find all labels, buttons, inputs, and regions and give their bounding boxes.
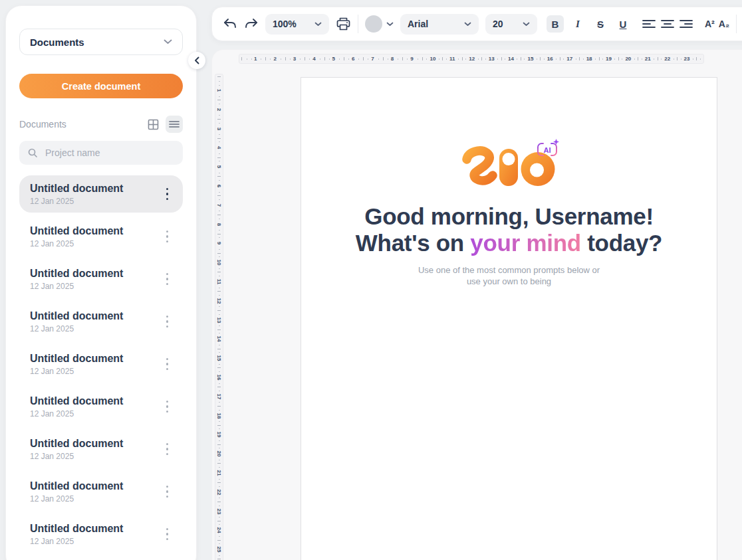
- chevron-down-icon: [164, 39, 172, 45]
- chevron-down-icon: [386, 22, 394, 27]
- redo-icon[interactable]: [244, 18, 259, 30]
- horizontal-ruler: 1234567891011121314151617181920212223: [239, 54, 704, 64]
- document-date: 12 Jan 2025: [30, 324, 123, 333]
- align-center-icon[interactable]: [661, 19, 674, 29]
- document-title: Untitled document: [30, 310, 123, 322]
- document-title: Untitled document: [30, 522, 123, 535]
- font-size-value: 20: [493, 19, 503, 29]
- greeting-subtitle: Use one of the most common prompts below…: [301, 264, 717, 287]
- strikethrough-button[interactable]: S: [592, 15, 609, 33]
- bold-button[interactable]: B: [547, 15, 564, 33]
- documents-sidebar: Documents Create document Documents Unti…: [5, 5, 197, 560]
- document-title: Untitled document: [30, 352, 123, 365]
- document-title: Untitled document: [30, 395, 123, 407]
- document-date: 12 Jan 2025: [30, 537, 123, 546]
- ai-badge-label: AI: [543, 146, 551, 154]
- chevron-down-icon: [314, 22, 322, 27]
- document-title: Untitled document: [30, 225, 123, 237]
- toolbar-divider: [736, 15, 737, 33]
- document-list-item[interactable]: Untitled document 12 Jan 2025: [19, 430, 183, 468]
- document-options-kebab-icon[interactable]: [162, 185, 173, 203]
- zio-logo: AI: [459, 139, 560, 189]
- italic-button[interactable]: I: [569, 15, 586, 33]
- document-date: 12 Jan 2025: [30, 282, 123, 291]
- document-date: 12 Jan 2025: [30, 367, 123, 376]
- undo-icon[interactable]: [223, 18, 237, 30]
- document-title: Untitled document: [30, 437, 123, 450]
- editor-canvas: 1234567891011121314151617181920212223 12…: [211, 49, 742, 560]
- font-family-dropdown[interactable]: Arial: [400, 14, 479, 35]
- search-input[interactable]: [44, 147, 175, 159]
- selector-label: Documents: [30, 37, 84, 48]
- document-date: 12 Jan 2025: [30, 494, 123, 504]
- logo-letter-i: [499, 149, 518, 186]
- document-list-item[interactable]: Untitled document 12 Jan 2025: [19, 175, 183, 213]
- document-options-kebab-icon[interactable]: [162, 228, 173, 246]
- document-date: 12 Jan 2025: [30, 452, 123, 461]
- document-list-item[interactable]: Untitled document 12 Jan 2025: [19, 345, 183, 383]
- logo-letter-z: [467, 151, 493, 181]
- document-date: 12 Jan 2025: [30, 239, 123, 248]
- subscript-button[interactable]: A₂: [719, 19, 729, 29]
- document-list-item[interactable]: Untitled document 12 Jan 2025: [19, 303, 183, 340]
- greeting-highlight: your mind: [470, 230, 580, 256]
- create-document-button[interactable]: Create document: [19, 74, 183, 98]
- document-title: Untitled document: [30, 480, 123, 492]
- documents-list-header: Documents: [19, 116, 183, 133]
- document-options-kebab-icon[interactable]: [162, 525, 173, 543]
- view-toggles: [144, 116, 183, 133]
- document-options-kebab-icon[interactable]: [162, 270, 173, 288]
- document-date: 12 Jan 2025: [30, 409, 123, 419]
- printer-icon[interactable]: [336, 17, 351, 31]
- grid-view-icon[interactable]: [144, 116, 162, 133]
- chevron-down-icon: [464, 22, 471, 27]
- toolbar-divider: [358, 15, 358, 33]
- documents-type-selector[interactable]: Documents: [19, 29, 183, 55]
- text-color-picker[interactable]: [365, 15, 394, 33]
- greeting-heading: Good morning, Username! What's on your m…: [301, 203, 717, 256]
- documents-list-label: Documents: [19, 119, 66, 130]
- document-title: Untitled document: [30, 267, 123, 280]
- greeting-line2: What's on your mind today?: [301, 230, 717, 256]
- document-options-kebab-icon[interactable]: [162, 355, 173, 373]
- project-search: [19, 141, 183, 165]
- chevron-left-icon: [194, 56, 199, 64]
- vertical-ruler: 1234567891011121314151617181920212223242…: [215, 74, 223, 560]
- chevron-down-icon: [523, 22, 530, 27]
- document-list-item[interactable]: Untitled document 12 Jan 2025: [19, 515, 183, 553]
- search-icon: [27, 147, 38, 158]
- underline-button[interactable]: U: [614, 15, 632, 33]
- zoom-level-value: 100%: [273, 19, 297, 29]
- editor-toolbar: 100% Arial 20 B I S U A² A₂: [211, 7, 742, 41]
- document-options-kebab-icon[interactable]: [162, 313, 173, 331]
- sidebar-collapse-button[interactable]: [188, 52, 205, 69]
- document-page[interactable]: AI Good morning, Username! What's on you…: [301, 77, 717, 560]
- font-family-value: Arial: [408, 19, 428, 29]
- document-options-kebab-icon[interactable]: [162, 398, 173, 416]
- documents-list: Untitled document 12 Jan 2025 Untitled d…: [19, 175, 183, 553]
- align-left-icon[interactable]: [642, 19, 656, 29]
- document-list-item[interactable]: Untitled document 12 Jan 2025: [19, 260, 183, 298]
- align-right-icon[interactable]: [680, 19, 693, 29]
- document-list-item[interactable]: Untitled document 12 Jan 2025: [19, 473, 183, 510]
- zoom-level-dropdown[interactable]: 100%: [265, 14, 329, 35]
- font-size-dropdown[interactable]: 20: [485, 14, 537, 35]
- document-list-item[interactable]: Untitled document 12 Jan 2025: [19, 388, 183, 425]
- document-options-kebab-icon[interactable]: [162, 440, 173, 458]
- text-color-swatch: [365, 15, 382, 33]
- document-options-kebab-icon[interactable]: [162, 483, 173, 501]
- greeting-line1: Good morning, Username!: [301, 203, 717, 230]
- document-date: 12 Jan 2025: [30, 197, 123, 206]
- list-view-icon[interactable]: [166, 116, 183, 133]
- superscript-button[interactable]: A²: [705, 19, 715, 29]
- document-list-item[interactable]: Untitled document 12 Jan 2025: [19, 218, 183, 255]
- document-title: Untitled document: [30, 182, 123, 195]
- logo-letter-o: [521, 152, 555, 186]
